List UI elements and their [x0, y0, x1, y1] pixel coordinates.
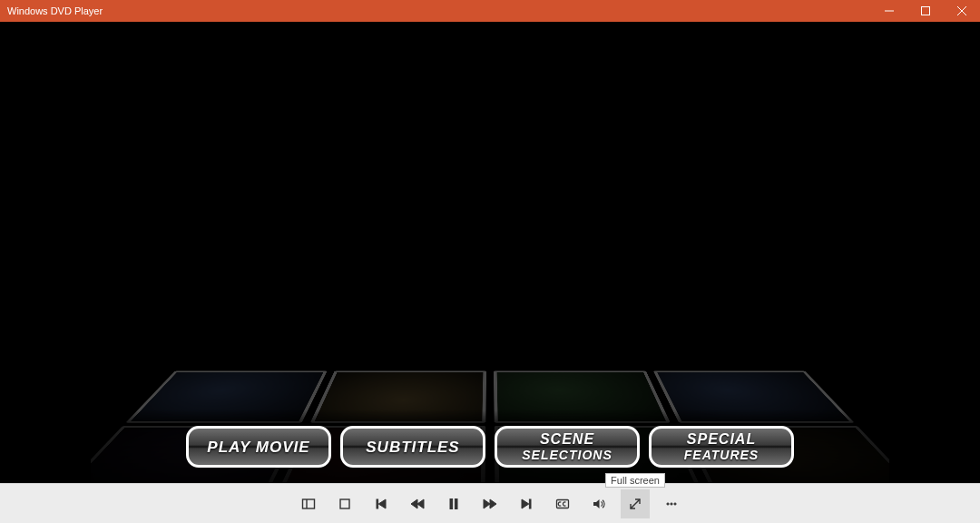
- svg-point-22: [674, 502, 676, 504]
- svg-marker-18: [593, 499, 600, 508]
- svg-rect-1: [922, 7, 930, 15]
- svg-rect-12: [455, 498, 457, 508]
- svg-rect-16: [529, 499, 531, 508]
- svg-marker-10: [417, 499, 424, 508]
- svg-marker-9: [411, 499, 417, 508]
- svg-rect-11: [450, 498, 453, 508]
- closed-captions-button[interactable]: [548, 489, 577, 518]
- svg-line-19: [631, 499, 640, 508]
- titlebar: Windows DVD Player: [0, 0, 980, 22]
- fast-forward-button[interactable]: [475, 489, 505, 518]
- svg-point-20: [667, 502, 669, 504]
- stop-button[interactable]: [330, 489, 359, 518]
- more-options-button[interactable]: [657, 489, 686, 518]
- tooltip: Full screen: [605, 473, 665, 488]
- minimize-button[interactable]: [871, 0, 907, 22]
- pause-button[interactable]: [439, 489, 468, 518]
- button-label-line1: SCENE: [540, 432, 594, 447]
- close-button[interactable]: [944, 0, 980, 22]
- dvd-menu-buttons-row: PLAY MOVIE SUBTITLES SCENE SELECTIONS SP…: [91, 410, 889, 483]
- video-area[interactable]: PLAY MOVIE SUBTITLES SCENE SELECTIONS SP…: [0, 22, 980, 483]
- maximize-button[interactable]: [907, 0, 944, 22]
- special-features-button[interactable]: SPECIAL FEATURES: [649, 426, 794, 468]
- next-chapter-button[interactable]: [512, 489, 541, 518]
- button-label: SUBTITLES: [366, 439, 459, 455]
- rewind-button[interactable]: [403, 489, 432, 518]
- button-label-line2: SELECTIONS: [522, 449, 612, 461]
- svg-point-21: [671, 502, 672, 504]
- volume-button[interactable]: [584, 489, 613, 518]
- playback-controls: Full screen: [0, 483, 980, 523]
- svg-rect-6: [340, 499, 349, 508]
- svg-marker-8: [378, 499, 386, 508]
- svg-marker-14: [490, 499, 496, 508]
- aspect-ratio-button[interactable]: [294, 489, 323, 518]
- play-movie-button[interactable]: PLAY MOVIE: [186, 426, 331, 468]
- button-label-line2: FEATURES: [684, 449, 759, 461]
- button-label-line1: SPECIAL: [687, 432, 756, 447]
- svg-rect-4: [303, 499, 315, 508]
- previous-chapter-button[interactable]: [367, 489, 396, 518]
- scene-selections-button[interactable]: SCENE SELECTIONS: [495, 426, 640, 468]
- svg-marker-15: [522, 499, 529, 508]
- fullscreen-button[interactable]: Full screen: [621, 489, 650, 518]
- dvd-menu-frame: PLAY MOVIE SUBTITLES SCENE SELECTIONS SP…: [91, 22, 889, 483]
- window-title: Windows DVD Player: [7, 5, 103, 16]
- button-label: PLAY MOVIE: [207, 439, 309, 455]
- svg-marker-13: [484, 499, 490, 508]
- subtitles-button[interactable]: SUBTITLES: [340, 426, 485, 468]
